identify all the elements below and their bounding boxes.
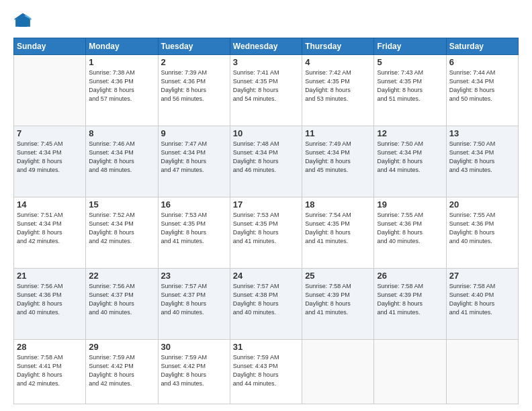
calendar-cell: 21Sunrise: 7:56 AM Sunset: 4:36 PM Dayli…	[14, 268, 86, 339]
day-info: Sunrise: 7:45 AM Sunset: 4:34 PM Dayligh…	[17, 140, 83, 175]
day-number: 5	[377, 57, 443, 67]
calendar-week-row: 1Sunrise: 7:38 AM Sunset: 4:36 PM Daylig…	[14, 55, 519, 126]
day-info: Sunrise: 7:57 AM Sunset: 4:37 PM Dayligh…	[161, 282, 227, 317]
calendar-cell: 17Sunrise: 7:53 AM Sunset: 4:35 PM Dayli…	[230, 197, 302, 268]
weekday-header-thursday: Thursday	[302, 38, 374, 55]
day-info: Sunrise: 7:57 AM Sunset: 4:38 PM Dayligh…	[233, 282, 299, 317]
day-number: 13	[449, 128, 515, 138]
day-number: 29	[89, 342, 154, 352]
weekday-header-row: SundayMondayTuesdayWednesdayThursdayFrid…	[14, 38, 519, 55]
day-info: Sunrise: 7:38 AM Sunset: 4:36 PM Dayligh…	[89, 68, 154, 103]
day-info: Sunrise: 7:50 AM Sunset: 4:34 PM Dayligh…	[377, 140, 443, 175]
day-info: Sunrise: 7:58 AM Sunset: 4:40 PM Dayligh…	[449, 282, 515, 317]
calendar-cell: 5Sunrise: 7:43 AM Sunset: 4:35 PM Daylig…	[374, 55, 446, 126]
weekday-header-monday: Monday	[86, 38, 158, 55]
day-info: Sunrise: 7:58 AM Sunset: 4:41 PM Dayligh…	[17, 353, 83, 388]
day-number: 22	[89, 271, 154, 281]
day-number: 11	[305, 128, 371, 138]
day-info: Sunrise: 7:56 AM Sunset: 4:36 PM Dayligh…	[17, 282, 83, 317]
calendar-cell: 18Sunrise: 7:54 AM Sunset: 4:35 PM Dayli…	[302, 197, 374, 268]
calendar-cell: 23Sunrise: 7:57 AM Sunset: 4:37 PM Dayli…	[158, 268, 230, 339]
header	[13, 12, 519, 31]
calendar-cell: 16Sunrise: 7:53 AM Sunset: 4:35 PM Dayli…	[158, 197, 230, 268]
calendar-cell: 15Sunrise: 7:52 AM Sunset: 4:34 PM Dayli…	[86, 197, 158, 268]
day-info: Sunrise: 7:54 AM Sunset: 4:35 PM Dayligh…	[305, 211, 371, 246]
calendar-cell: 22Sunrise: 7:56 AM Sunset: 4:37 PM Dayli…	[86, 268, 158, 339]
day-info: Sunrise: 7:44 AM Sunset: 4:34 PM Dayligh…	[449, 68, 515, 103]
day-number: 10	[233, 128, 299, 138]
day-number: 23	[161, 271, 227, 281]
day-number: 14	[17, 199, 83, 210]
day-number: 27	[449, 271, 515, 281]
calendar-week-row: 7Sunrise: 7:45 AM Sunset: 4:34 PM Daylig…	[14, 126, 519, 197]
calendar-cell: 4Sunrise: 7:42 AM Sunset: 4:35 PM Daylig…	[302, 55, 374, 126]
calendar-week-row: 14Sunrise: 7:51 AM Sunset: 4:34 PM Dayli…	[14, 197, 519, 268]
weekday-header-tuesday: Tuesday	[158, 38, 230, 55]
day-number: 30	[161, 342, 227, 352]
day-number: 12	[377, 128, 443, 138]
calendar-cell: 14Sunrise: 7:51 AM Sunset: 4:34 PM Dayli…	[14, 197, 86, 268]
weekday-header-friday: Friday	[374, 38, 446, 55]
day-number: 17	[233, 199, 299, 210]
logo-icon	[13, 12, 32, 31]
logo	[13, 12, 35, 31]
day-info: Sunrise: 7:53 AM Sunset: 4:35 PM Dayligh…	[233, 211, 299, 246]
calendar-cell: 2Sunrise: 7:39 AM Sunset: 4:36 PM Daylig…	[158, 55, 230, 126]
day-number: 2	[161, 57, 227, 67]
calendar-cell: 12Sunrise: 7:50 AM Sunset: 4:34 PM Dayli…	[374, 126, 446, 197]
day-number: 21	[17, 271, 83, 281]
calendar-cell: 11Sunrise: 7:49 AM Sunset: 4:34 PM Dayli…	[302, 126, 374, 197]
day-info: Sunrise: 7:58 AM Sunset: 4:39 PM Dayligh…	[377, 282, 443, 317]
day-info: Sunrise: 7:49 AM Sunset: 4:34 PM Dayligh…	[305, 140, 371, 175]
day-info: Sunrise: 7:59 AM Sunset: 4:42 PM Dayligh…	[89, 353, 154, 388]
calendar-cell: 29Sunrise: 7:59 AM Sunset: 4:42 PM Dayli…	[86, 339, 158, 404]
svg-rect-2	[19, 21, 27, 27]
day-number: 4	[305, 57, 371, 67]
day-number: 6	[449, 57, 515, 67]
day-number: 28	[17, 342, 83, 352]
day-info: Sunrise: 7:52 AM Sunset: 4:34 PM Dayligh…	[89, 211, 154, 246]
calendar-week-row: 28Sunrise: 7:58 AM Sunset: 4:41 PM Dayli…	[14, 339, 519, 404]
day-info: Sunrise: 7:48 AM Sunset: 4:34 PM Dayligh…	[233, 140, 299, 175]
day-number: 25	[305, 271, 371, 281]
day-number: 24	[233, 271, 299, 281]
calendar-cell: 30Sunrise: 7:59 AM Sunset: 4:42 PM Dayli…	[158, 339, 230, 404]
calendar-cell: 9Sunrise: 7:47 AM Sunset: 4:34 PM Daylig…	[158, 126, 230, 197]
page: SundayMondayTuesdayWednesdayThursdayFrid…	[0, 0, 532, 411]
calendar-cell: 28Sunrise: 7:58 AM Sunset: 4:41 PM Dayli…	[14, 339, 86, 404]
calendar-table: SundayMondayTuesdayWednesdayThursdayFrid…	[13, 38, 519, 404]
day-info: Sunrise: 7:51 AM Sunset: 4:34 PM Dayligh…	[17, 211, 83, 246]
day-number: 31	[233, 342, 299, 352]
calendar-cell: 13Sunrise: 7:50 AM Sunset: 4:34 PM Dayli…	[446, 126, 518, 197]
day-number: 16	[161, 199, 227, 210]
day-info: Sunrise: 7:39 AM Sunset: 4:36 PM Dayligh…	[161, 68, 227, 103]
day-info: Sunrise: 7:59 AM Sunset: 4:43 PM Dayligh…	[233, 353, 299, 388]
day-number: 19	[377, 199, 443, 210]
day-number: 15	[89, 199, 154, 210]
calendar-week-row: 21Sunrise: 7:56 AM Sunset: 4:36 PM Dayli…	[14, 268, 519, 339]
calendar-cell: 20Sunrise: 7:55 AM Sunset: 4:36 PM Dayli…	[446, 197, 518, 268]
calendar-cell: 25Sunrise: 7:58 AM Sunset: 4:39 PM Dayli…	[302, 268, 374, 339]
calendar-cell: 8Sunrise: 7:46 AM Sunset: 4:34 PM Daylig…	[86, 126, 158, 197]
calendar-cell	[302, 339, 374, 404]
day-info: Sunrise: 7:55 AM Sunset: 4:36 PM Dayligh…	[377, 211, 443, 246]
calendar-cell: 7Sunrise: 7:45 AM Sunset: 4:34 PM Daylig…	[14, 126, 86, 197]
day-info: Sunrise: 7:59 AM Sunset: 4:42 PM Dayligh…	[161, 353, 227, 388]
calendar-cell: 19Sunrise: 7:55 AM Sunset: 4:36 PM Dayli…	[374, 197, 446, 268]
day-number: 18	[305, 199, 371, 210]
day-number: 9	[161, 128, 227, 138]
day-number: 8	[89, 128, 154, 138]
day-info: Sunrise: 7:56 AM Sunset: 4:37 PM Dayligh…	[89, 282, 154, 317]
calendar-cell	[374, 339, 446, 404]
weekday-header-saturday: Saturday	[446, 38, 518, 55]
day-number: 1	[89, 57, 154, 67]
calendar-cell: 27Sunrise: 7:58 AM Sunset: 4:40 PM Dayli…	[446, 268, 518, 339]
calendar-cell: 26Sunrise: 7:58 AM Sunset: 4:39 PM Dayli…	[374, 268, 446, 339]
calendar-cell: 10Sunrise: 7:48 AM Sunset: 4:34 PM Dayli…	[230, 126, 302, 197]
day-number: 3	[233, 57, 299, 67]
day-info: Sunrise: 7:55 AM Sunset: 4:36 PM Dayligh…	[449, 211, 515, 246]
calendar-cell	[446, 339, 518, 404]
weekday-header-wednesday: Wednesday	[230, 38, 302, 55]
day-number: 7	[17, 128, 83, 138]
calendar-cell: 3Sunrise: 7:41 AM Sunset: 4:35 PM Daylig…	[230, 55, 302, 126]
